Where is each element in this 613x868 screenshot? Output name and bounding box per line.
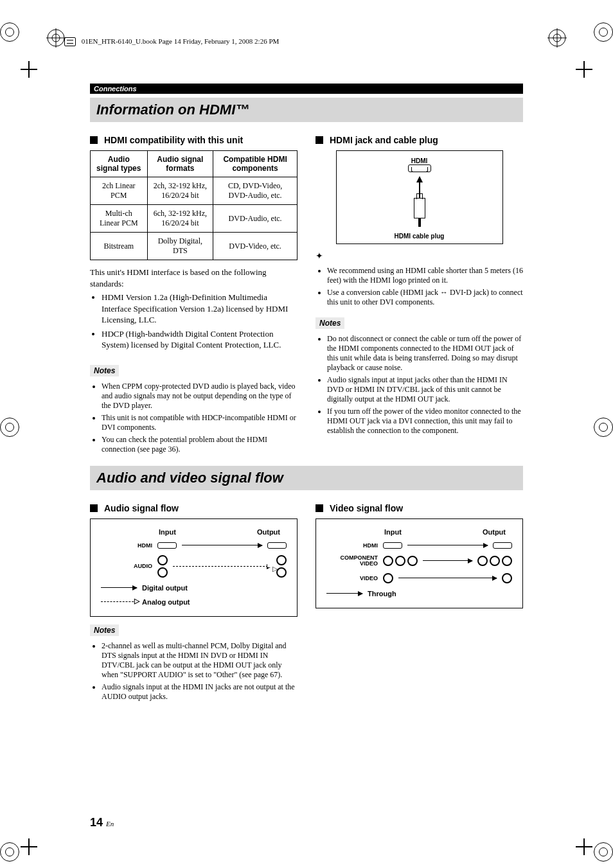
- list-item: Audio signals input at input jacks other…: [327, 375, 523, 404]
- table-cell: DVD-Audio, etc.: [213, 205, 298, 233]
- print-mark: [0, 418, 19, 437]
- list-item: Audio signals input at the HDMI IN jacks…: [102, 682, 298, 702]
- subheading-text: HDMI compatibility with this unit: [104, 135, 243, 145]
- standards-paragraph: This unit's HDMI interface is based on t…: [90, 267, 298, 351]
- subheading-video-flow: Video signal flow: [315, 503, 523, 513]
- output-label: Output: [483, 528, 506, 536]
- rca-jack-icon: [276, 567, 287, 578]
- arrow-up-icon: [416, 176, 423, 182]
- print-mark: [594, 842, 613, 862]
- output-label: Output: [257, 528, 280, 536]
- subheading-audio-flow: Audio signal flow: [90, 503, 298, 513]
- table-cell: 2ch Linear PCM: [91, 177, 148, 205]
- manual-page: 01EN_HTR-6140_U.book Page 14 Friday, Feb…: [0, 0, 613, 868]
- subheading-hdmi-jack: HDMI jack and cable plug: [315, 135, 523, 145]
- section-heading: Information on HDMI™: [90, 98, 523, 122]
- legend-label: Digital output: [142, 584, 188, 592]
- notes-list: Do not disconnect or connect the cable o…: [327, 334, 523, 436]
- right-column: HDMI jack and cable plug HDMI HDMI cable…: [315, 128, 523, 457]
- print-mark: [594, 418, 613, 437]
- rca-jack-icon: [477, 556, 488, 566]
- arrow-right-dashed-icon: [173, 566, 271, 567]
- table-header: Compatible HDMI components: [213, 151, 298, 177]
- list-item: This unit is not compatible with HDCP-in…: [102, 413, 298, 432]
- rca-jack-icon: [407, 556, 418, 566]
- subheading-text: Audio signal flow: [104, 503, 179, 513]
- list-item: If you turn off the power of the video m…: [327, 407, 523, 436]
- notes-list: 2-channel as well as multi-channel PCM, …: [102, 641, 298, 702]
- hdmi-port-icon: [383, 542, 402, 549]
- legend-solid-icon: [101, 587, 137, 588]
- legend-label: Analog output: [142, 598, 190, 606]
- crosshair-icon: [576, 838, 592, 855]
- section-category: Connections: [90, 84, 523, 94]
- audio-flow-column: Audio signal flow Input Output HDMI AUD: [90, 497, 298, 704]
- book-icon: [64, 37, 76, 46]
- crosshair-icon: [21, 838, 37, 855]
- list-item: You can check the potential problem abou…: [102, 435, 298, 454]
- register-circle-icon: [46, 28, 66, 48]
- row-label: HDMI: [101, 542, 152, 549]
- video-flow-column: Video signal flow Input Output HDMI COM: [315, 497, 523, 704]
- table-cell: CD, DVD-Video, DVD-Audio, etc.: [213, 177, 298, 205]
- row-label: VIDEO: [326, 575, 378, 581]
- arrow-right-icon: [423, 560, 472, 561]
- list-item: HDMI Version 1.2a (High-Definition Multi…: [102, 292, 298, 326]
- crosshair-icon: [576, 61, 592, 78]
- legend-dashed-icon: [101, 601, 137, 602]
- hdmi-port-label: HDMI: [343, 157, 496, 164]
- bullet-square-icon: [90, 504, 98, 512]
- list-item: HDCP (High-bandwidth Digital Content Pro…: [102, 328, 298, 351]
- hdmi-plug-icon: [414, 198, 425, 218]
- table-header: Audio signal formats: [147, 151, 213, 177]
- table-row: 2ch Linear PCM 2ch, 32-192 kHz, 16/20/24…: [91, 177, 298, 205]
- register-circle-icon: [547, 28, 567, 48]
- hdmi-compat-table: Audio signal types Audio signal formats …: [90, 150, 298, 260]
- file-stamp-text: 01EN_HTR-6140_U.book Page 14 Friday, Feb…: [82, 37, 280, 45]
- tip-icon: [315, 251, 328, 261]
- file-stamp: 01EN_HTR-6140_U.book Page 14 Friday, Feb…: [64, 37, 279, 46]
- rca-jack-icon: [502, 573, 512, 583]
- rca-jack-icon: [157, 555, 168, 565]
- input-label: Input: [159, 528, 176, 536]
- rca-jack-icon: [276, 555, 287, 565]
- print-mark: [0, 22, 19, 42]
- bullet-square-icon: [315, 504, 323, 512]
- subheading-hdmi-compat: HDMI compatibility with this unit: [90, 135, 298, 145]
- tips-list: We recommend using an HDMI cable shorter…: [327, 266, 523, 307]
- standards-intro: This unit's HDMI interface is based on t…: [90, 267, 267, 288]
- row-label: AUDIO: [101, 563, 152, 569]
- audio-flow-diagram: Input Output HDMI AUDIO: [90, 518, 298, 617]
- notes-label: Notes: [90, 365, 119, 376]
- print-mark: [0, 842, 19, 862]
- rca-jack-icon: [383, 556, 393, 566]
- table-cell: DVD-Video, etc.: [213, 233, 298, 260]
- bullet-square-icon: [90, 136, 98, 144]
- subheading-text: Video signal flow: [330, 503, 403, 513]
- rca-jack-icon: [157, 567, 168, 578]
- table-row: Bitstream Dolby Digital, DTS DVD-Video, …: [91, 233, 298, 260]
- row-label: COMPONENT VIDEO: [326, 555, 378, 567]
- notes-label: Notes: [315, 317, 344, 329]
- list-item: Do not disconnect or connect the cable o…: [327, 334, 523, 373]
- print-mark: [594, 22, 613, 42]
- input-label: Input: [384, 528, 402, 536]
- list-item: 2-channel as well as multi-channel PCM, …: [102, 641, 298, 680]
- rca-jack-icon: [395, 556, 405, 566]
- left-column: HDMI compatibility with this unit Audio …: [90, 128, 298, 457]
- list-item: When CPPM copy-protected DVD audio is pl…: [102, 382, 298, 411]
- table-cell: Multi-ch Linear PCM: [91, 205, 148, 233]
- hdmi-port-icon: [493, 542, 512, 549]
- arrow-right-icon: [398, 578, 497, 578]
- table-cell: Bitstream: [91, 233, 148, 260]
- video-flow-diagram: Input Output HDMI COMPONENT VIDEO: [315, 518, 523, 608]
- list-item: Use a conversion cable (HDMI jack ↔ DVI-…: [327, 288, 523, 307]
- hdmi-port-icon: [157, 542, 177, 549]
- hdmi-cable-label: HDMI cable plug: [343, 233, 496, 240]
- hdmi-port-icon: [267, 542, 287, 549]
- arrow-right-icon: [407, 545, 488, 545]
- rca-jack-icon: [383, 573, 393, 583]
- hdmi-port-icon: [408, 164, 431, 172]
- table-cell: 6ch, 32-192 kHz, 16/20/24 bit: [147, 205, 213, 233]
- section-heading: Audio and video signal flow: [90, 466, 523, 490]
